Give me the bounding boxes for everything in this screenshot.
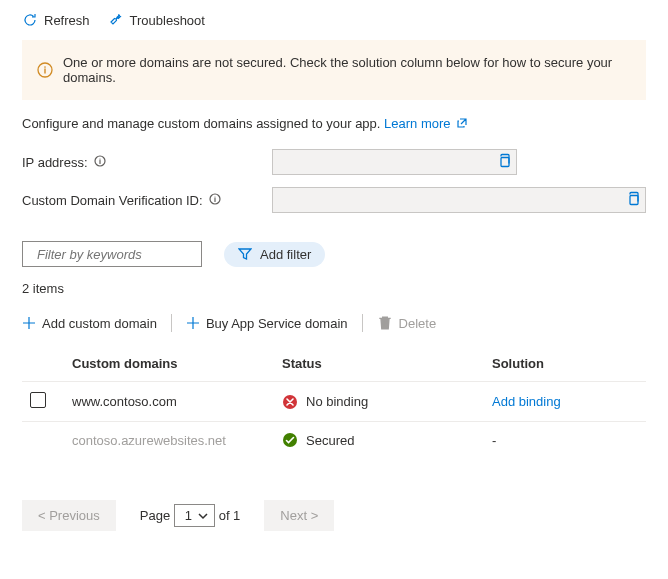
domain-name: www.contoso.com <box>64 382 274 422</box>
add-custom-domain-button[interactable]: Add custom domain <box>22 316 157 331</box>
intro-text-block: Configure and manage custom domains assi… <box>22 116 646 131</box>
header-domain[interactable]: Custom domains <box>64 346 274 382</box>
page-label: Page <box>140 508 170 523</box>
verification-id-field <box>272 187 646 213</box>
add-binding-link[interactable]: Add binding <box>492 394 561 409</box>
table-row: contoso.azurewebsites.net Secured - <box>22 422 646 459</box>
intro-text: Configure and manage custom domains assi… <box>22 116 384 131</box>
search-input[interactable] <box>35 246 208 263</box>
ip-info-icon[interactable] <box>94 155 106 170</box>
refresh-label: Refresh <box>44 13 90 28</box>
verification-copy-button[interactable] <box>625 191 641 210</box>
troubleshoot-button[interactable]: Troubleshoot <box>108 12 205 28</box>
filter-icon <box>238 247 252 261</box>
status-text: No binding <box>306 394 368 409</box>
next-page-button: Next > <box>264 500 334 531</box>
row-checkbox[interactable] <box>30 392 46 408</box>
warning-banner: One or more domains are not secured. Che… <box>22 40 646 100</box>
wrench-icon <box>108 12 124 28</box>
warning-banner-text: One or more domains are not secured. Che… <box>63 55 631 85</box>
header-status[interactable]: Status <box>274 346 484 382</box>
filter-search[interactable] <box>22 241 202 267</box>
ip-address-label: IP address: <box>22 155 88 170</box>
verification-id-label: Custom Domain Verification ID: <box>22 193 203 208</box>
chevron-down-icon <box>198 511 208 521</box>
trash-icon <box>377 315 393 331</box>
page-of-text: of 1 <box>219 508 241 523</box>
error-icon <box>282 394 298 410</box>
refresh-button[interactable]: Refresh <box>22 12 90 28</box>
domains-table: Custom domains Status Solution www.conto… <box>22 346 646 458</box>
item-count: 2 items <box>22 281 646 296</box>
page-select[interactable]: 1 <box>174 504 215 527</box>
plus-icon <box>186 316 200 330</box>
svg-rect-6 <box>501 158 509 167</box>
copy-icon <box>625 191 641 207</box>
copy-icon <box>496 153 512 169</box>
delete-button: Delete <box>377 315 437 331</box>
pagination: < Previous Page 1 of 1 Next > <box>22 500 646 531</box>
external-link-icon <box>456 117 468 129</box>
table-row[interactable]: www.contoso.com No binding Add binding <box>22 382 646 422</box>
info-icon <box>37 62 53 78</box>
learn-more-link[interactable]: Learn more <box>384 116 468 131</box>
svg-rect-10 <box>630 196 638 205</box>
domain-name: contoso.azurewebsites.net <box>64 422 274 459</box>
previous-page-button: < Previous <box>22 500 116 531</box>
ip-address-field <box>272 149 517 175</box>
header-solution[interactable]: Solution <box>484 346 646 382</box>
buy-app-service-domain-button[interactable]: Buy App Service domain <box>186 316 348 331</box>
status-text: Secured <box>306 433 354 448</box>
add-filter-button[interactable]: Add filter <box>224 242 325 267</box>
success-icon <box>282 432 298 448</box>
ip-copy-button[interactable] <box>496 153 512 172</box>
plus-icon <box>22 316 36 330</box>
solution-text: - <box>484 422 646 459</box>
verification-info-icon[interactable] <box>209 193 221 208</box>
troubleshoot-label: Troubleshoot <box>130 13 205 28</box>
refresh-icon <box>22 12 38 28</box>
